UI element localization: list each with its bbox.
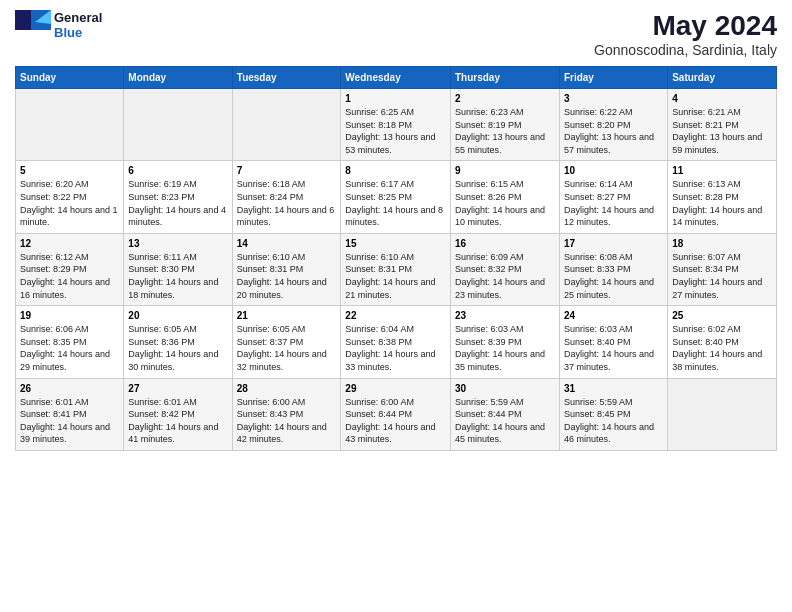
calendar-cell: 12Sunrise: 6:12 AMSunset: 8:29 PMDayligh… xyxy=(16,233,124,305)
calendar-cell: 27Sunrise: 6:01 AMSunset: 8:42 PMDayligh… xyxy=(124,378,232,450)
day-number: 2 xyxy=(455,93,555,104)
calendar-cell: 14Sunrise: 6:10 AMSunset: 8:31 PMDayligh… xyxy=(232,233,341,305)
day-number: 18 xyxy=(672,238,772,249)
cell-content: Sunrise: 5:59 AMSunset: 8:45 PMDaylight:… xyxy=(564,397,654,445)
cell-content: Sunrise: 6:07 AMSunset: 8:34 PMDaylight:… xyxy=(672,252,762,300)
day-number: 16 xyxy=(455,238,555,249)
calendar-cell: 15Sunrise: 6:10 AMSunset: 8:31 PMDayligh… xyxy=(341,233,451,305)
day-number: 27 xyxy=(128,383,227,394)
cell-content: Sunrise: 6:19 AMSunset: 8:23 PMDaylight:… xyxy=(128,179,226,227)
day-number: 25 xyxy=(672,310,772,321)
logo-blue: Blue xyxy=(54,25,102,40)
day-number: 6 xyxy=(128,165,227,176)
cell-content: Sunrise: 6:01 AMSunset: 8:41 PMDaylight:… xyxy=(20,397,110,445)
day-number: 21 xyxy=(237,310,337,321)
cell-content: Sunrise: 6:25 AMSunset: 8:18 PMDaylight:… xyxy=(345,107,435,155)
day-header-wednesday: Wednesday xyxy=(341,67,451,89)
week-row-2: 5Sunrise: 6:20 AMSunset: 8:22 PMDaylight… xyxy=(16,161,777,233)
calendar-table: SundayMondayTuesdayWednesdayThursdayFrid… xyxy=(15,66,777,451)
calendar-cell: 29Sunrise: 6:00 AMSunset: 8:44 PMDayligh… xyxy=(341,378,451,450)
calendar-cell: 6Sunrise: 6:19 AMSunset: 8:23 PMDaylight… xyxy=(124,161,232,233)
cell-content: Sunrise: 6:03 AMSunset: 8:40 PMDaylight:… xyxy=(564,324,654,372)
day-number: 23 xyxy=(455,310,555,321)
cell-content: Sunrise: 6:05 AMSunset: 8:37 PMDaylight:… xyxy=(237,324,327,372)
calendar-cell: 3Sunrise: 6:22 AMSunset: 8:20 PMDaylight… xyxy=(559,89,667,161)
cell-content: Sunrise: 6:12 AMSunset: 8:29 PMDaylight:… xyxy=(20,252,110,300)
calendar-cell: 30Sunrise: 5:59 AMSunset: 8:44 PMDayligh… xyxy=(450,378,559,450)
day-number: 8 xyxy=(345,165,446,176)
cell-content: Sunrise: 6:20 AMSunset: 8:22 PMDaylight:… xyxy=(20,179,118,227)
cell-content: Sunrise: 6:06 AMSunset: 8:35 PMDaylight:… xyxy=(20,324,110,372)
cell-content: Sunrise: 6:01 AMSunset: 8:42 PMDaylight:… xyxy=(128,397,218,445)
calendar-cell: 9Sunrise: 6:15 AMSunset: 8:26 PMDaylight… xyxy=(450,161,559,233)
day-number: 17 xyxy=(564,238,663,249)
calendar-cell: 5Sunrise: 6:20 AMSunset: 8:22 PMDaylight… xyxy=(16,161,124,233)
calendar-cell: 22Sunrise: 6:04 AMSunset: 8:38 PMDayligh… xyxy=(341,306,451,378)
calendar-cell: 8Sunrise: 6:17 AMSunset: 8:25 PMDaylight… xyxy=(341,161,451,233)
day-number: 26 xyxy=(20,383,119,394)
day-header-tuesday: Tuesday xyxy=(232,67,341,89)
day-header-friday: Friday xyxy=(559,67,667,89)
cell-content: Sunrise: 6:10 AMSunset: 8:31 PMDaylight:… xyxy=(237,252,327,300)
calendar-cell: 19Sunrise: 6:06 AMSunset: 8:35 PMDayligh… xyxy=(16,306,124,378)
subtitle: Gonnoscodina, Sardinia, Italy xyxy=(594,42,777,58)
day-number: 11 xyxy=(672,165,772,176)
cell-content: Sunrise: 6:23 AMSunset: 8:19 PMDaylight:… xyxy=(455,107,545,155)
calendar-cell xyxy=(232,89,341,161)
logo-text: General Blue xyxy=(54,10,102,40)
day-header-monday: Monday xyxy=(124,67,232,89)
calendar-cell: 2Sunrise: 6:23 AMSunset: 8:19 PMDaylight… xyxy=(450,89,559,161)
cell-content: Sunrise: 6:05 AMSunset: 8:36 PMDaylight:… xyxy=(128,324,218,372)
logo-general: General xyxy=(54,10,102,25)
main-title: May 2024 xyxy=(594,10,777,42)
day-number: 30 xyxy=(455,383,555,394)
calendar-cell: 10Sunrise: 6:14 AMSunset: 8:27 PMDayligh… xyxy=(559,161,667,233)
day-number: 20 xyxy=(128,310,227,321)
day-header-thursday: Thursday xyxy=(450,67,559,89)
day-number: 13 xyxy=(128,238,227,249)
cell-content: Sunrise: 6:13 AMSunset: 8:28 PMDaylight:… xyxy=(672,179,762,227)
cell-content: Sunrise: 6:02 AMSunset: 8:40 PMDaylight:… xyxy=(672,324,762,372)
week-row-5: 26Sunrise: 6:01 AMSunset: 8:41 PMDayligh… xyxy=(16,378,777,450)
calendar-cell: 11Sunrise: 6:13 AMSunset: 8:28 PMDayligh… xyxy=(668,161,777,233)
day-number: 22 xyxy=(345,310,446,321)
calendar-cell xyxy=(16,89,124,161)
calendar-cell: 1Sunrise: 6:25 AMSunset: 8:18 PMDaylight… xyxy=(341,89,451,161)
cell-content: Sunrise: 6:10 AMSunset: 8:31 PMDaylight:… xyxy=(345,252,435,300)
day-number: 14 xyxy=(237,238,337,249)
calendar-cell: 28Sunrise: 6:00 AMSunset: 8:43 PMDayligh… xyxy=(232,378,341,450)
title-area: May 2024 Gonnoscodina, Sardinia, Italy xyxy=(594,10,777,58)
day-number: 4 xyxy=(672,93,772,104)
calendar-cell: 18Sunrise: 6:07 AMSunset: 8:34 PMDayligh… xyxy=(668,233,777,305)
logo-icon xyxy=(15,10,51,40)
cell-content: Sunrise: 6:00 AMSunset: 8:43 PMDaylight:… xyxy=(237,397,327,445)
logo: General Blue xyxy=(15,10,102,40)
day-number: 12 xyxy=(20,238,119,249)
week-row-4: 19Sunrise: 6:06 AMSunset: 8:35 PMDayligh… xyxy=(16,306,777,378)
calendar-cell: 13Sunrise: 6:11 AMSunset: 8:30 PMDayligh… xyxy=(124,233,232,305)
calendar-cell: 26Sunrise: 6:01 AMSunset: 8:41 PMDayligh… xyxy=(16,378,124,450)
calendar-cell xyxy=(668,378,777,450)
day-number: 10 xyxy=(564,165,663,176)
calendar-cell: 21Sunrise: 6:05 AMSunset: 8:37 PMDayligh… xyxy=(232,306,341,378)
cell-content: Sunrise: 5:59 AMSunset: 8:44 PMDaylight:… xyxy=(455,397,545,445)
calendar-cell: 16Sunrise: 6:09 AMSunset: 8:32 PMDayligh… xyxy=(450,233,559,305)
calendar-cell: 25Sunrise: 6:02 AMSunset: 8:40 PMDayligh… xyxy=(668,306,777,378)
calendar-cell: 31Sunrise: 5:59 AMSunset: 8:45 PMDayligh… xyxy=(559,378,667,450)
day-number: 9 xyxy=(455,165,555,176)
day-number: 5 xyxy=(20,165,119,176)
cell-content: Sunrise: 6:18 AMSunset: 8:24 PMDaylight:… xyxy=(237,179,335,227)
calendar-cell: 17Sunrise: 6:08 AMSunset: 8:33 PMDayligh… xyxy=(559,233,667,305)
cell-content: Sunrise: 6:00 AMSunset: 8:44 PMDaylight:… xyxy=(345,397,435,445)
page: General Blue May 2024 Gonnoscodina, Sard… xyxy=(0,0,792,612)
cell-content: Sunrise: 6:22 AMSunset: 8:20 PMDaylight:… xyxy=(564,107,654,155)
day-number: 28 xyxy=(237,383,337,394)
week-row-1: 1Sunrise: 6:25 AMSunset: 8:18 PMDaylight… xyxy=(16,89,777,161)
cell-content: Sunrise: 6:09 AMSunset: 8:32 PMDaylight:… xyxy=(455,252,545,300)
day-number: 7 xyxy=(237,165,337,176)
day-number: 1 xyxy=(345,93,446,104)
calendar-cell: 7Sunrise: 6:18 AMSunset: 8:24 PMDaylight… xyxy=(232,161,341,233)
calendar-cell: 4Sunrise: 6:21 AMSunset: 8:21 PMDaylight… xyxy=(668,89,777,161)
day-number: 15 xyxy=(345,238,446,249)
day-header-saturday: Saturday xyxy=(668,67,777,89)
